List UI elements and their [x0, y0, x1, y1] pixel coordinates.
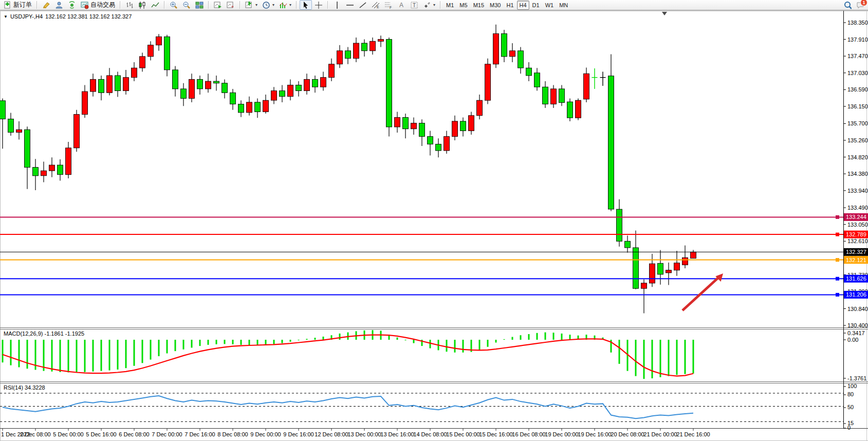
rsi-pane: 1008050150 [0, 383, 857, 431]
macd-scale-label: 0.00 [847, 337, 858, 343]
macd-pane: 0.34170.00-1.3761 [3, 330, 866, 381]
text-button[interactable]: A [395, 0, 408, 10]
zoom-in-button[interactable] [168, 0, 180, 10]
price-tick-label: 136.150 [847, 103, 868, 109]
new-chart-button[interactable]: ▾ [243, 0, 260, 10]
tf-m30[interactable]: M30 [487, 1, 503, 10]
tf-h1[interactable]: H1 [504, 1, 516, 10]
new-order-button[interactable]: 新订单 [2, 0, 34, 10]
text-icon: A [397, 1, 405, 9]
toolbar-separator [239, 1, 241, 9]
chart-shift-button[interactable] [225, 0, 237, 10]
signal-button[interactable] [66, 0, 78, 10]
tf-h4[interactable]: H4 [517, 1, 529, 10]
shapes-icon [423, 1, 431, 9]
rsi-scale-label: 80 [847, 391, 854, 397]
cursor-button[interactable] [300, 0, 312, 10]
price-tick-label: 134.380 [847, 171, 868, 177]
candle-chart-button[interactable] [136, 0, 149, 10]
hline-132.121[interactable] [0, 258, 843, 262]
crosshair-button[interactable] [312, 0, 325, 10]
fibo-icon: F [384, 1, 393, 9]
toolbar-separator [440, 1, 441, 9]
time-tick-label: 7 Dec 16:00 [184, 431, 215, 437]
trendline-button[interactable] [357, 0, 369, 10]
tf-d1[interactable]: D1 [530, 1, 542, 10]
hline-133.244[interactable] [0, 215, 843, 219]
chart-shift-icon [227, 1, 235, 9]
line-chart-button[interactable] [149, 0, 161, 10]
time-tick-label: 14 Dec 08:00 [413, 431, 447, 437]
candles-chart-icon [138, 1, 146, 9]
price-tick-label: 132.610 [847, 238, 868, 244]
chart-canvas: 138.350137.910137.470137.030136.590136.1… [0, 0, 868, 441]
channel-button[interactable]: E [370, 0, 382, 10]
time-tick-label: 8 Dec 08:00 [217, 431, 248, 437]
price-tick-label: 130.840 [847, 306, 868, 312]
time-tick-label: 13 Dec 16:00 [380, 431, 414, 437]
chat-icon: 1 [856, 1, 864, 9]
vline-button[interactable] [331, 0, 343, 10]
styler-button[interactable] [40, 0, 52, 10]
step-forward-button[interactable] [212, 0, 224, 10]
period-button[interactable]: ▾ [260, 0, 276, 10]
tf-m15[interactable]: M15 [471, 1, 487, 10]
chevron-down-icon: ▾ [289, 3, 291, 7]
tf-m5[interactable]: M5 [457, 1, 470, 10]
price-line-label: 131.206 [846, 291, 866, 298]
price-line-label: 132.789 [846, 231, 866, 237]
symbol-period-label: USDJPY-,H4 [10, 13, 43, 20]
time-tick-label: 13 Dec 00:00 [347, 431, 381, 437]
hline-131.206[interactable] [0, 293, 843, 297]
main-toolbar: 新订单自动交易▾▾▾EFAT▾M1M5M15M30H1H4D1W1MN1 [0, 0, 868, 10]
rsi-scale-label: 0 [847, 425, 851, 431]
zoom-out-button[interactable] [180, 0, 193, 10]
tf-mn[interactable]: MN [557, 1, 570, 10]
new-chart-icon [245, 1, 253, 9]
line-chart-icon [151, 1, 159, 9]
profile-button[interactable] [53, 0, 65, 10]
time-tick-label: 12 Dec 08:00 [315, 431, 348, 437]
fibo-button[interactable]: F [382, 0, 395, 10]
tile-windows-button[interactable] [193, 0, 206, 10]
notification-badge: 1 [860, 0, 867, 6]
chevron-down-icon: ▾ [433, 3, 435, 7]
shapes-button[interactable]: ▾ [421, 0, 437, 10]
chart-shift-marker[interactable] [662, 12, 667, 15]
bar-chart-button[interactable] [123, 0, 136, 10]
price-tick-label: 136.590 [847, 86, 868, 93]
crosshair-icon [315, 1, 323, 9]
chat-button[interactable]: 1 [854, 0, 866, 10]
svg-text:E: E [377, 5, 379, 9]
svg-text:F: F [390, 6, 392, 9]
doc-plus-icon [4, 1, 12, 9]
tf-m1[interactable]: M1 [444, 1, 456, 10]
time-tick-label: 5 Dec 16:00 [86, 431, 116, 437]
hline-132.789[interactable] [0, 233, 843, 236]
price-tick-label: 135.260 [847, 137, 868, 143]
indicators-button[interactable]: ▾ [277, 0, 293, 10]
collapse-triangle-icon[interactable]: ▼ [4, 14, 8, 19]
chart-play-icon [214, 1, 222, 9]
candlesticks [0, 25, 696, 314]
label-icon: T [410, 1, 418, 9]
window-frame [0, 11, 868, 441]
search-button[interactable] [841, 0, 854, 10]
hline-button[interactable] [344, 0, 356, 10]
time-tick-label: 2 Dec 08:00 [20, 431, 50, 437]
time-tick-label: 16 Dec 08:00 [512, 431, 545, 437]
price-tick-label: 134.820 [847, 154, 868, 160]
tf-w1[interactable]: W1 [543, 1, 557, 10]
rsi-scale-label: 50 [847, 404, 854, 410]
time-tick-label: 21 Dec 00:00 [643, 431, 677, 437]
toolbar-separator [164, 1, 165, 9]
price-tick-label: 137.030 [847, 70, 868, 76]
trendline-icon [359, 1, 367, 9]
price-tick-label: 133.940 [847, 188, 868, 194]
autotrade-button[interactable]: 自动交易 [79, 0, 117, 10]
svg-text:A: A [399, 2, 403, 9]
rsi-scale-label: 100 [847, 383, 857, 389]
label-button[interactable]: T [408, 0, 420, 10]
toolbar-separator [327, 1, 328, 9]
time-axis: 1 Dec 20222 Dec 08:005 Dec 00:005 Dec 16… [1, 428, 710, 437]
